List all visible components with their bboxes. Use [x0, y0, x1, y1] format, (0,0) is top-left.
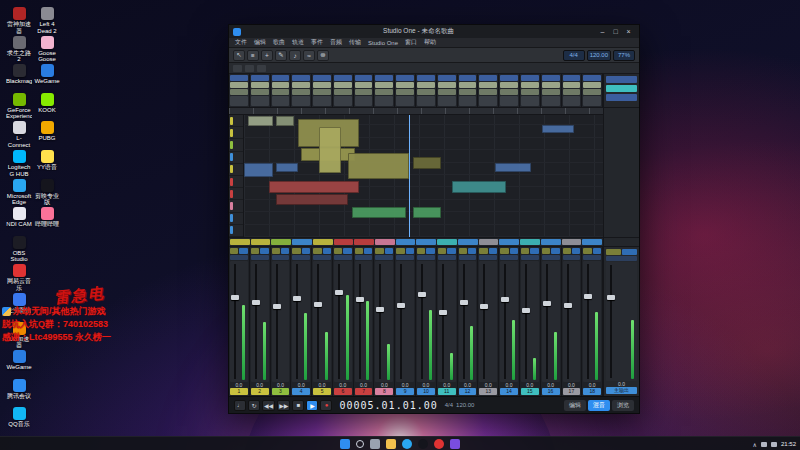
track-header-row[interactable]: [229, 200, 243, 212]
track-header-row[interactable]: [229, 115, 243, 127]
fader-handle[interactable]: [314, 302, 322, 307]
search-icon[interactable]: [356, 440, 364, 448]
menu-item[interactable]: 帮助: [424, 38, 436, 47]
solo-button[interactable]: [593, 248, 601, 254]
io-selector[interactable]: [500, 255, 518, 260]
desktop-icon[interactable]: 剪映专业版: [34, 179, 60, 206]
track-header-row[interactable]: [229, 127, 243, 139]
channel-name-tag[interactable]: 主输出: [606, 387, 637, 394]
mixer-channel-strip[interactable]: 0.011: [437, 247, 458, 396]
desktop-icon[interactable]: NDI CAM: [6, 207, 32, 228]
insert-slot[interactable]: [563, 89, 581, 95]
solo-button[interactable]: [530, 248, 538, 254]
mute-button[interactable]: [355, 248, 363, 254]
io-selector[interactable]: [459, 255, 477, 260]
desktop-icon[interactable]: 求生之路2: [6, 36, 32, 63]
mixer-channel-strip[interactable]: 0.03: [271, 247, 292, 396]
channel-name-tag[interactable]: 16: [542, 388, 560, 395]
insert-slot[interactable]: [500, 82, 518, 88]
insert-slot[interactable]: [396, 82, 414, 88]
obs-icon[interactable]: [418, 439, 428, 449]
task-view-icon[interactable]: [370, 439, 380, 449]
desktop-icon[interactable]: GeForce Experience: [6, 93, 32, 120]
channel-group-tag[interactable]: [562, 239, 582, 245]
desktop-icon[interactable]: Microsoft Edge: [6, 179, 32, 206]
channel-name-tag[interactable]: 17: [563, 388, 581, 395]
mute-button[interactable]: [396, 248, 404, 254]
insert-slot[interactable]: [417, 82, 435, 88]
insert-slot-empty[interactable]: [563, 96, 581, 106]
track-header-row[interactable]: [229, 225, 243, 237]
channel-name-tag[interactable]: 9: [396, 388, 414, 395]
fader-handle[interactable]: [439, 310, 447, 315]
fader-handle[interactable]: [397, 303, 405, 308]
stop-button[interactable]: ■: [292, 400, 304, 411]
channel-name-tag[interactable]: 4: [292, 388, 310, 395]
channel-group-tag[interactable]: [354, 239, 374, 245]
io-selector[interactable]: [292, 255, 310, 260]
mute-button[interactable]: [500, 248, 508, 254]
mute-button[interactable]: [438, 248, 446, 254]
fader-handle[interactable]: [231, 295, 239, 300]
desktop-icon[interactable]: Blackmagic: [6, 64, 32, 85]
io-selector[interactable]: [542, 255, 560, 260]
solo-button[interactable]: [364, 248, 372, 254]
channel-name-tag[interactable]: 3: [272, 388, 290, 395]
channel-group-tag[interactable]: [271, 239, 291, 245]
fader-handle[interactable]: [252, 300, 260, 305]
audio-clip[interactable]: [452, 181, 506, 193]
rack-column[interactable]: [374, 74, 395, 107]
solo-button[interactable]: [622, 249, 637, 255]
insert-slot-empty[interactable]: [396, 96, 414, 106]
title-bar[interactable]: Studio One - 未命名歌曲 – □ ×: [229, 25, 639, 38]
rack-column[interactable]: [520, 74, 541, 107]
track-header-row[interactable]: [229, 152, 243, 164]
mixer-channel-strip[interactable]: 0.014: [499, 247, 520, 396]
mute-button[interactable]: [563, 248, 571, 254]
io-selector[interactable]: [230, 255, 248, 260]
audio-clip[interactable]: [413, 157, 442, 169]
insert-slot-empty[interactable]: [521, 96, 539, 106]
fader-handle[interactable]: [607, 295, 615, 300]
menu-item[interactable]: 传输: [349, 38, 361, 47]
mute-button[interactable]: [334, 248, 342, 254]
insert-slot[interactable]: [230, 82, 248, 88]
channel-name-tag[interactable]: 1: [230, 388, 248, 395]
fader-handle[interactable]: [418, 292, 426, 297]
insert-slot-empty[interactable]: [479, 96, 497, 106]
io-selector[interactable]: [251, 255, 269, 260]
insert-slot[interactable]: [313, 82, 331, 88]
insert-slot-empty[interactable]: [355, 96, 373, 106]
forward-button[interactable]: ▶▶: [277, 400, 290, 411]
channel-name-tag[interactable]: 6: [334, 388, 352, 395]
mute-button[interactable]: [251, 248, 259, 254]
insert-slot[interactable]: [334, 89, 352, 95]
fader-handle[interactable]: [293, 296, 301, 301]
mixer-channel-strip[interactable]: 0.09: [395, 247, 416, 396]
channel-name-tag[interactable]: 11: [438, 388, 456, 395]
audio-clip[interactable]: [495, 163, 531, 172]
channel-group-tag[interactable]: [230, 239, 250, 245]
insert-slot[interactable]: [396, 89, 414, 95]
channel-name-tag[interactable]: 10: [417, 388, 435, 395]
audio-clip[interactable]: [248, 116, 273, 126]
channel-name-tag[interactable]: 8: [375, 388, 393, 395]
track-header-row[interactable]: [229, 164, 243, 176]
mixer-channel-strip[interactable]: 0.01: [229, 247, 250, 396]
solo-button[interactable]: [281, 248, 289, 254]
insert-slot-empty[interactable]: [375, 96, 393, 106]
channel-group-tag[interactable]: [292, 239, 312, 245]
insert-slot[interactable]: [438, 89, 456, 95]
record-button[interactable]: ●: [320, 400, 332, 411]
timeline-ruler[interactable]: [229, 108, 603, 115]
desktop-icon[interactable]: PUBG: [34, 121, 60, 142]
view-button-编辑[interactable]: 编辑: [564, 400, 586, 411]
solo-button[interactable]: [447, 248, 455, 254]
fader-handle[interactable]: [376, 307, 384, 312]
insert-slot-empty[interactable]: [417, 96, 435, 106]
mute-button[interactable]: [583, 248, 591, 254]
channel-name-tag[interactable]: 2: [251, 388, 269, 395]
minimize-button[interactable]: –: [596, 26, 609, 37]
insert-slot-empty[interactable]: [500, 96, 518, 106]
snap-button[interactable]: [245, 65, 254, 72]
